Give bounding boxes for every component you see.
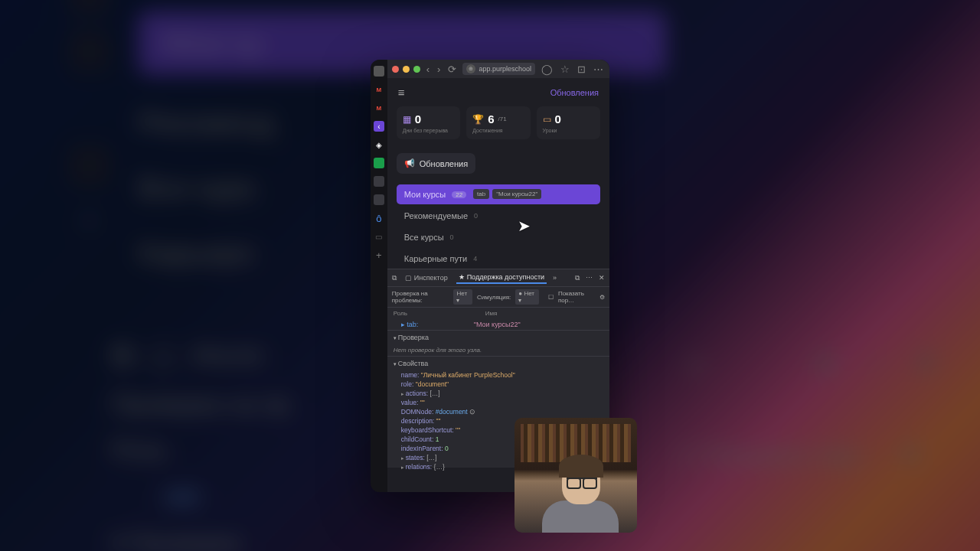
show-order-checkbox[interactable]: ☐ — [548, 294, 554, 301]
sheets-icon[interactable] — [374, 158, 384, 168]
devtools-more-tabs-icon[interactable]: » — [553, 274, 557, 282]
webcam-overlay — [514, 418, 637, 533]
devtools-tab-inspector[interactable]: ▢Инспектор — [403, 272, 450, 283]
calendar-icon: ▦ — [403, 114, 411, 125]
menu-icon[interactable]: ⋯ — [592, 64, 605, 75]
app-icon[interactable]: ô — [374, 213, 384, 223]
tab-recommended[interactable]: Рекомендуемые0 — [397, 206, 600, 226]
simulation-select[interactable]: ● Нет ▾ — [515, 289, 539, 305]
sidebar-doc-icon[interactable] — [374, 66, 384, 77]
app-icon[interactable]: ◈ — [374, 139, 384, 150]
cursor-icon: ➤ — [518, 217, 531, 235]
url-text: app.purpleschool — [479, 65, 531, 73]
settings-icon[interactable]: ⚙ — [599, 294, 605, 301]
extension-icon[interactable]: ⊡ — [576, 64, 587, 75]
traffic-lights[interactable] — [392, 66, 420, 73]
devtools-tab-accessibility[interactable]: ★Поддержка доступности — [456, 272, 547, 284]
devtools-menu-icon[interactable]: ⋯ — [586, 274, 593, 282]
devtools-dock-icon[interactable]: ⧉ — [575, 274, 580, 282]
add-tab-icon[interactable]: + — [374, 249, 384, 260]
megaphone-icon: 📢 — [404, 158, 415, 168]
hamburger-icon[interactable]: ≡ — [398, 86, 405, 99]
app-icon[interactable] — [374, 176, 384, 187]
gmail-icon[interactable]: M — [374, 103, 384, 113]
props-section-header[interactable]: Свойства — [394, 360, 603, 367]
purpleschool-icon[interactable]: ‹ — [374, 121, 384, 132]
stat-lessons[interactable]: ▭0 Уроки — [537, 106, 600, 139]
app-icon[interactable] — [374, 194, 384, 205]
tab-all-courses[interactable]: Все курсы0 — [397, 227, 600, 247]
stats-row: ▦0 Дни без перерыва 🏆6/71 Достижения ▭0 … — [387, 106, 609, 139]
updates-button[interactable]: 📢 Обновления — [397, 153, 475, 174]
titlebar: ‹ › ⟳ ⊕ app.purpleschool ◯ ☆ ⊡ ⋯ — [387, 60, 609, 78]
issues-select[interactable]: Нет ▾ — [453, 289, 472, 305]
devtools-close-icon[interactable]: ✕ — [599, 274, 605, 282]
accessibility-tooltip: tab"Мои курсы22" — [473, 189, 541, 199]
browser-sidebar: M M ‹ ◈ ô ▭ + — [371, 60, 387, 492]
gmail-icon[interactable]: M — [374, 84, 384, 95]
updates-link[interactable]: Обновления — [550, 88, 599, 97]
trophy-icon: 🏆 — [472, 114, 484, 125]
back-button[interactable]: ‹ — [425, 64, 431, 75]
star-icon[interactable]: ☆ — [559, 64, 571, 75]
url-bar[interactable]: ⊕ app.purpleschool — [462, 63, 535, 75]
lock-icon: ⊕ — [466, 64, 475, 73]
check-section-header[interactable]: Проверка — [394, 334, 603, 341]
stat-achievements[interactable]: 🏆6/71 Достижения — [466, 106, 530, 139]
stat-streak[interactable]: ▦0 Дни без перерыва — [397, 106, 460, 139]
forward-button[interactable]: › — [436, 64, 442, 75]
shield-icon[interactable]: ◯ — [540, 64, 554, 75]
accessibility-tree-row[interactable]: ▸ tab: "Мои курсы22" — [387, 319, 609, 330]
book-icon: ▭ — [543, 114, 551, 125]
app-icon[interactable]: ▭ — [374, 231, 384, 242]
tab-career-paths[interactable]: Карьерные пути4 — [397, 249, 600, 269]
check-message: Нет проверок для этого узла. — [387, 344, 609, 356]
reload-button[interactable]: ⟳ — [446, 64, 458, 75]
devtools-toggle-icon[interactable]: ⧉ — [392, 274, 397, 282]
